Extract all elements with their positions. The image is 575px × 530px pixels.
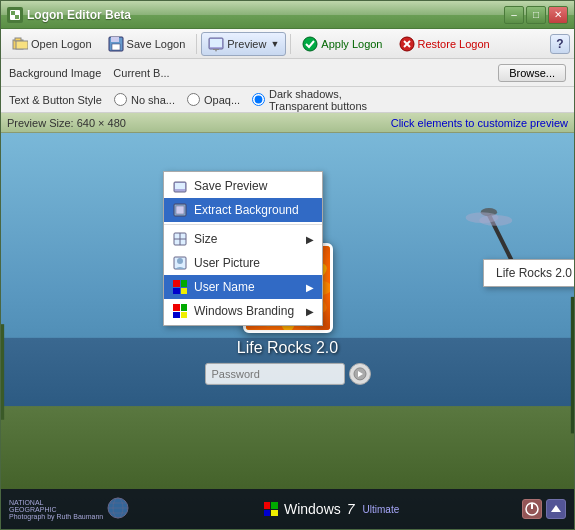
preview-area: Preview Size: 640 × 480 Click elements t… [1, 113, 574, 529]
user-name-submenu: Life Rocks 2.0 [483, 259, 574, 287]
preview-header: Preview Size: 640 × 480 Click elements t… [1, 113, 574, 133]
menu-item-user-picture[interactable]: User Picture [164, 251, 322, 275]
user-name-icon [172, 279, 188, 295]
svg-marker-11 [215, 50, 217, 52]
menu-item-save-preview[interactable]: Save Preview [164, 174, 322, 198]
svg-rect-54 [176, 206, 184, 214]
photo-credit: NATIONAL GEOGRAPHIC Photograph by Ruth B… [9, 499, 103, 520]
apply-logon-label: Apply Logon [321, 38, 382, 50]
menu-item-size[interactable]: Size ▶ [164, 227, 322, 251]
no-shadows-radio[interactable]: No sha... [114, 93, 175, 106]
user-picture-icon [172, 255, 188, 271]
extract-bg-icon [172, 202, 188, 218]
svg-rect-52 [175, 183, 185, 189]
open-logon-button[interactable]: Open Logon [5, 32, 99, 56]
window-title: Logon Editor Beta [27, 8, 504, 22]
size-icon [172, 231, 188, 247]
svg-rect-7 [111, 37, 119, 42]
save-preview-icon [172, 178, 188, 194]
preview-size-label: Preview Size: 640 × 480 [7, 117, 126, 129]
arrow-up-button[interactable] [546, 499, 566, 519]
main-window: Logon Editor Beta – □ ✕ Open Logon Save … [0, 0, 575, 530]
save-logon-label: Save Logon [127, 38, 186, 50]
windows-branding-icon [172, 303, 188, 319]
windows-flag-icon [264, 502, 278, 516]
svg-rect-22 [1, 324, 4, 420]
maximize-button[interactable]: □ [526, 6, 546, 24]
preview-button[interactable]: Preview ▼ [201, 32, 286, 56]
svg-rect-12 [213, 49, 219, 50]
close-button[interactable]: ✕ [548, 6, 568, 24]
restore-icon [399, 36, 415, 52]
menu-separator-1 [164, 224, 322, 225]
life-rocks-label: Life Rocks 2.0 [496, 266, 572, 280]
current-bg-label: Current B... [113, 67, 169, 79]
photo-credit-line1: NATIONAL [9, 499, 103, 506]
dropdown-container: Save Preview Extract Background Size ▶ [163, 171, 323, 326]
svg-rect-2 [15, 15, 19, 19]
size-arrow-icon: ▶ [306, 234, 314, 245]
svg-rect-23 [571, 297, 574, 434]
power-button[interactable] [522, 499, 542, 519]
windows-branding-arrow-icon: ▶ [306, 306, 314, 317]
windows-text: Windows [284, 501, 341, 517]
apply-logon-button[interactable]: Apply Logon [295, 32, 389, 56]
user-picture-label: User Picture [194, 256, 260, 270]
svg-marker-50 [551, 505, 561, 512]
preview-dropdown-menu: Save Preview Extract Background Size ▶ [163, 171, 323, 326]
options-row-1: Background Image Current B... Browse... [1, 59, 574, 87]
svg-rect-1 [11, 11, 15, 15]
restore-logon-label: Restore Logon [418, 38, 490, 50]
text-button-style-label: Text & Button Style [9, 94, 102, 106]
browse-button[interactable]: Browse... [498, 64, 566, 82]
user-name-arrow-icon: ▶ [306, 282, 314, 293]
menu-item-user-name[interactable]: User Name ▶ [164, 275, 322, 299]
svg-point-27 [479, 215, 512, 226]
photo-credit-line3: Photograph by Ruth Baumann [9, 513, 103, 520]
save-preview-label: Save Preview [194, 179, 267, 193]
menu-item-extract-background[interactable]: Extract Background [164, 198, 322, 222]
globe-icon [107, 497, 129, 522]
window-controls: – □ ✕ [504, 6, 568, 24]
save-logon-button[interactable]: Save Logon [101, 32, 193, 56]
separator-2 [290, 34, 291, 54]
submenu-item-life-rocks[interactable]: Life Rocks 2.0 [484, 262, 574, 284]
svg-point-59 [177, 258, 183, 264]
app-icon [7, 7, 23, 23]
size-label: Size [194, 232, 217, 246]
svg-rect-5 [16, 41, 28, 49]
extract-background-label: Extract Background [194, 203, 299, 217]
background-image-label: Background Image [9, 67, 101, 79]
options-row-2: Text & Button Style No sha... Opaq... Da… [1, 87, 574, 113]
toolbar: Open Logon Save Logon Preview ▼ Apply Lo… [1, 29, 574, 59]
bottom-right-buttons [522, 499, 566, 519]
apply-icon [302, 36, 318, 52]
dark-shadows-radio[interactable]: Dark shadows, Transparent buttons [252, 88, 367, 112]
windows-7: 7 [347, 501, 355, 517]
windows-edition: Ultimate [363, 504, 400, 515]
svg-rect-10 [210, 39, 222, 47]
svg-rect-8 [112, 44, 120, 50]
photo-credit-line2: GEOGRAPHIC [9, 506, 103, 513]
go-button[interactable] [349, 363, 371, 385]
preview-label: Preview [227, 38, 266, 50]
separator-1 [196, 34, 197, 54]
password-row [205, 363, 371, 385]
windows-branding-label: Windows Branding [194, 304, 294, 318]
user-name-menu-label: User Name [194, 280, 255, 294]
open-logon-label: Open Logon [31, 38, 92, 50]
minimize-button[interactable]: – [504, 6, 524, 24]
save-icon [108, 36, 124, 52]
menu-item-windows-branding[interactable]: Windows Branding ▶ [164, 299, 322, 323]
open-icon [12, 36, 28, 52]
svg-point-13 [303, 37, 317, 51]
opaque-radio[interactable]: Opaq... [187, 93, 240, 106]
user-name-display: Life Rocks 2.0 [237, 339, 338, 357]
preview-click-hint[interactable]: Click elements to customize preview [391, 117, 568, 129]
password-input[interactable] [205, 363, 345, 385]
preview-icon [208, 36, 224, 52]
restore-logon-button[interactable]: Restore Logon [392, 32, 497, 56]
help-button[interactable]: ? [550, 34, 570, 54]
windows-logo: Windows 7 Ultimate [141, 501, 522, 517]
preview-dropdown-arrow[interactable]: ▼ [270, 39, 279, 49]
